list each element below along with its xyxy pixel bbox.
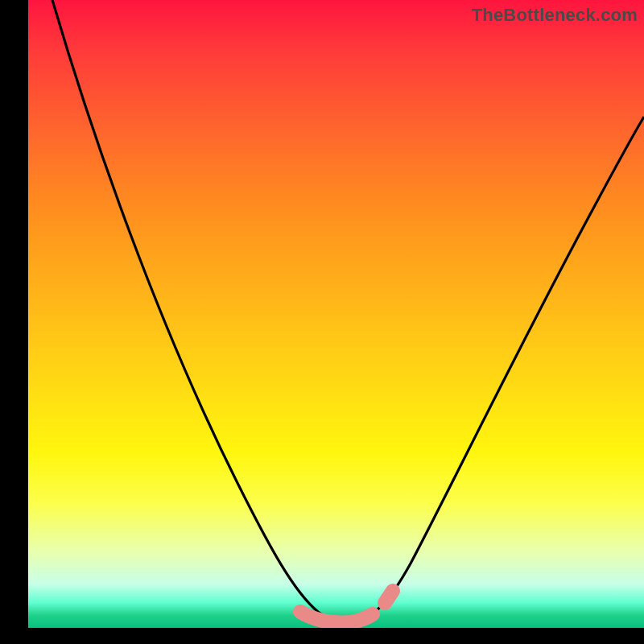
- marker-flat-bottom: [300, 612, 373, 622]
- plot-area: TheBottleneck.com: [28, 0, 644, 628]
- curve-path: [52, 0, 644, 622]
- chart-frame: TheBottleneck.com: [0, 0, 644, 644]
- marker-right-uptick: [385, 591, 393, 603]
- bottleneck-curve: [28, 0, 644, 628]
